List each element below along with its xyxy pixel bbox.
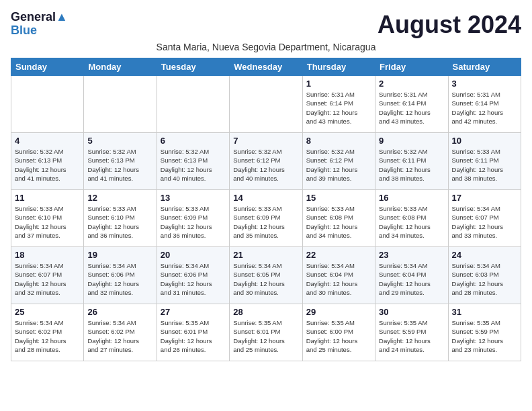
day-number: 3 [452,79,517,89]
calendar-cell: 15Sunrise: 5:33 AM Sunset: 6:08 PM Dayli… [302,190,375,247]
day-info: Sunrise: 5:35 AM Sunset: 5:59 PM Dayligh… [379,318,444,354]
day-number: 22 [306,250,371,260]
day-info: Sunrise: 5:34 AM Sunset: 6:02 PM Dayligh… [87,318,152,354]
day-number: 2 [379,79,444,89]
day-number: 13 [161,193,226,203]
day-info: Sunrise: 5:32 AM Sunset: 6:13 PM Dayligh… [87,147,152,183]
day-number: 11 [15,193,80,203]
day-number: 9 [379,136,444,146]
day-info: Sunrise: 5:34 AM Sunset: 6:04 PM Dayligh… [306,261,371,297]
day-number: 28 [233,307,298,317]
col-header-thursday: Thursday [302,58,375,76]
day-info: Sunrise: 5:34 AM Sunset: 6:07 PM Dayligh… [452,204,517,240]
calendar-cell: 23Sunrise: 5:34 AM Sunset: 6:04 PM Dayli… [375,247,448,304]
col-header-saturday: Saturday [448,58,521,76]
calendar-cell: 21Sunrise: 5:34 AM Sunset: 6:05 PM Dayli… [230,247,302,304]
calendar-cell: 4Sunrise: 5:32 AM Sunset: 6:13 PM Daylig… [11,133,84,190]
week-row: 25Sunrise: 5:34 AM Sunset: 6:02 PM Dayli… [11,304,521,361]
day-info: Sunrise: 5:35 AM Sunset: 6:00 PM Dayligh… [306,318,371,354]
day-number: 10 [452,136,517,146]
calendar-cell: 10Sunrise: 5:33 AM Sunset: 6:11 PM Dayli… [448,133,521,190]
day-number: 17 [452,193,517,203]
calendar-cell: 31Sunrise: 5:35 AM Sunset: 5:59 PM Dayli… [448,304,521,361]
calendar-cell: 27Sunrise: 5:35 AM Sunset: 6:01 PM Dayli… [157,304,229,361]
day-number: 26 [87,307,152,317]
calendar-cell [84,76,157,133]
day-number: 1 [306,79,371,89]
day-info: Sunrise: 5:33 AM Sunset: 6:08 PM Dayligh… [306,204,371,240]
day-info: Sunrise: 5:34 AM Sunset: 6:06 PM Dayligh… [161,261,226,297]
day-info: Sunrise: 5:33 AM Sunset: 6:09 PM Dayligh… [161,204,226,240]
day-info: Sunrise: 5:33 AM Sunset: 6:11 PM Dayligh… [452,147,517,183]
logo-text: General▲ Blue [11,11,68,38]
day-number: 20 [161,250,226,260]
day-info: Sunrise: 5:33 AM Sunset: 6:08 PM Dayligh… [379,204,444,240]
day-info: Sunrise: 5:33 AM Sunset: 6:10 PM Dayligh… [87,204,152,240]
col-header-wednesday: Wednesday [230,58,302,76]
day-number: 31 [452,307,517,317]
day-info: Sunrise: 5:34 AM Sunset: 6:06 PM Dayligh… [87,261,152,297]
day-number: 21 [233,250,298,260]
week-row: 4Sunrise: 5:32 AM Sunset: 6:13 PM Daylig… [11,133,521,190]
day-number: 30 [379,307,444,317]
calendar-cell: 29Sunrise: 5:35 AM Sunset: 6:00 PM Dayli… [302,304,375,361]
day-info: Sunrise: 5:31 AM Sunset: 6:14 PM Dayligh… [452,90,517,126]
day-info: Sunrise: 5:34 AM Sunset: 6:07 PM Dayligh… [15,261,80,297]
col-header-tuesday: Tuesday [157,58,229,76]
calendar-cell: 28Sunrise: 5:35 AM Sunset: 6:01 PM Dayli… [230,304,302,361]
day-info: Sunrise: 5:33 AM Sunset: 6:09 PM Dayligh… [233,204,298,240]
day-number: 19 [87,250,152,260]
week-row: 1Sunrise: 5:31 AM Sunset: 6:14 PM Daylig… [11,76,521,133]
calendar-cell [157,76,229,133]
day-number: 14 [233,193,298,203]
day-number: 6 [161,136,226,146]
day-number: 24 [452,250,517,260]
day-info: Sunrise: 5:34 AM Sunset: 6:03 PM Dayligh… [452,261,517,297]
week-row: 11Sunrise: 5:33 AM Sunset: 6:10 PM Dayli… [11,190,521,247]
calendar-table: SundayMondayTuesdayWednesdayThursdayFrid… [11,58,521,361]
calendar-cell: 12Sunrise: 5:33 AM Sunset: 6:10 PM Dayli… [84,190,157,247]
week-row: 18Sunrise: 5:34 AM Sunset: 6:07 PM Dayli… [11,247,521,304]
day-info: Sunrise: 5:32 AM Sunset: 6:13 PM Dayligh… [161,147,226,183]
day-info: Sunrise: 5:35 AM Sunset: 6:01 PM Dayligh… [233,318,298,354]
day-number: 4 [15,136,80,146]
day-info: Sunrise: 5:33 AM Sunset: 6:10 PM Dayligh… [15,204,80,240]
day-number: 5 [87,136,152,146]
day-info: Sunrise: 5:35 AM Sunset: 6:01 PM Dayligh… [161,318,226,354]
calendar-subtitle: Santa Maria, Nueva Segovia Department, N… [11,42,521,52]
calendar-cell: 24Sunrise: 5:34 AM Sunset: 6:03 PM Dayli… [448,247,521,304]
calendar-cell: 16Sunrise: 5:33 AM Sunset: 6:08 PM Dayli… [375,190,448,247]
calendar-cell: 9Sunrise: 5:32 AM Sunset: 6:11 PM Daylig… [375,133,448,190]
day-info: Sunrise: 5:32 AM Sunset: 6:12 PM Dayligh… [306,147,371,183]
day-info: Sunrise: 5:31 AM Sunset: 6:14 PM Dayligh… [306,90,371,126]
day-info: Sunrise: 5:31 AM Sunset: 6:14 PM Dayligh… [379,90,444,126]
day-number: 16 [379,193,444,203]
day-number: 8 [306,136,371,146]
calendar-cell [11,76,84,133]
calendar-cell: 3Sunrise: 5:31 AM Sunset: 6:14 PM Daylig… [448,76,521,133]
day-info: Sunrise: 5:34 AM Sunset: 6:05 PM Dayligh… [233,261,298,297]
day-number: 23 [379,250,444,260]
logo: General▲ Blue [11,11,68,38]
page-header: General▲ Blue August 2024 [11,11,521,39]
day-info: Sunrise: 5:32 AM Sunset: 6:12 PM Dayligh… [233,147,298,183]
calendar-cell: 8Sunrise: 5:32 AM Sunset: 6:12 PM Daylig… [302,133,375,190]
calendar-cell: 25Sunrise: 5:34 AM Sunset: 6:02 PM Dayli… [11,304,84,361]
calendar-cell: 6Sunrise: 5:32 AM Sunset: 6:13 PM Daylig… [157,133,229,190]
day-number: 7 [233,136,298,146]
col-header-friday: Friday [375,58,448,76]
calendar-cell: 19Sunrise: 5:34 AM Sunset: 6:06 PM Dayli… [84,247,157,304]
calendar-cell: 2Sunrise: 5:31 AM Sunset: 6:14 PM Daylig… [375,76,448,133]
calendar-cell: 13Sunrise: 5:33 AM Sunset: 6:09 PM Dayli… [157,190,229,247]
col-header-sunday: Sunday [11,58,84,76]
calendar-cell: 17Sunrise: 5:34 AM Sunset: 6:07 PM Dayli… [448,190,521,247]
calendar-cell [230,76,302,133]
day-info: Sunrise: 5:34 AM Sunset: 6:02 PM Dayligh… [15,318,80,354]
day-info: Sunrise: 5:32 AM Sunset: 6:13 PM Dayligh… [15,147,80,183]
day-number: 25 [15,307,80,317]
day-info: Sunrise: 5:35 AM Sunset: 5:59 PM Dayligh… [452,318,517,354]
day-number: 27 [161,307,226,317]
calendar-cell: 26Sunrise: 5:34 AM Sunset: 6:02 PM Dayli… [84,304,157,361]
calendar-cell: 7Sunrise: 5:32 AM Sunset: 6:12 PM Daylig… [230,133,302,190]
calendar-cell: 14Sunrise: 5:33 AM Sunset: 6:09 PM Dayli… [230,190,302,247]
